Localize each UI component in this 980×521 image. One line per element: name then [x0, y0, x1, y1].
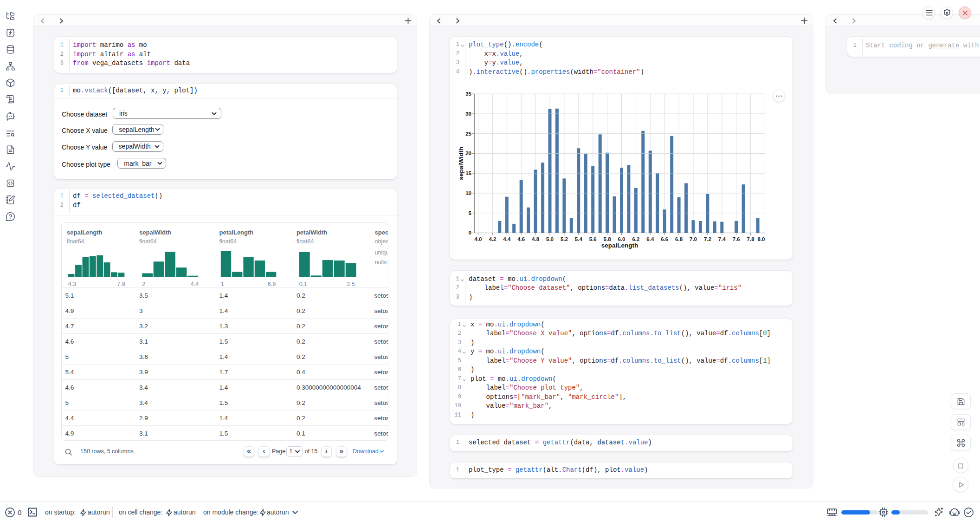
svg-text:6.6: 6.6 [661, 236, 668, 242]
svg-text:25: 25 [465, 131, 471, 137]
svg-text:6.4: 6.4 [646, 236, 654, 242]
svg-text:5.8: 5.8 [604, 236, 612, 242]
svg-text:7.6: 7.6 [733, 236, 740, 242]
svg-text:sepalLength: sepalLength [601, 242, 638, 249]
svg-text:5.2: 5.2 [561, 236, 568, 242]
svg-text:6.0: 6.0 [618, 236, 625, 242]
svg-text:7.0: 7.0 [690, 236, 697, 242]
svg-text:7.2: 7.2 [704, 236, 711, 242]
svg-text:7.4: 7.4 [718, 236, 726, 242]
svg-text:35: 35 [465, 91, 471, 97]
svg-text:4.2: 4.2 [489, 236, 496, 242]
svg-text:sepalWidth: sepalWidth [458, 147, 464, 180]
svg-text:30: 30 [465, 111, 471, 117]
svg-text:6.2: 6.2 [632, 236, 639, 242]
svg-text:6.8: 6.8 [675, 236, 683, 242]
svg-text:5.6: 5.6 [589, 236, 597, 242]
svg-text:7.8: 7.8 [747, 236, 755, 242]
svg-text:4.0: 4.0 [475, 236, 482, 242]
svg-text:5.0: 5.0 [546, 236, 554, 242]
svg-text:10: 10 [465, 190, 471, 196]
svg-text:4.4: 4.4 [503, 236, 511, 242]
svg-text:20: 20 [465, 150, 471, 156]
svg-text:8.0: 8.0 [758, 236, 765, 242]
svg-text:5.4: 5.4 [575, 236, 583, 242]
svg-text:5: 5 [469, 210, 472, 216]
svg-text:4.8: 4.8 [532, 236, 540, 242]
svg-text:4.6: 4.6 [517, 236, 525, 242]
svg-text:15: 15 [465, 170, 471, 176]
svg-text:0: 0 [469, 230, 471, 235]
